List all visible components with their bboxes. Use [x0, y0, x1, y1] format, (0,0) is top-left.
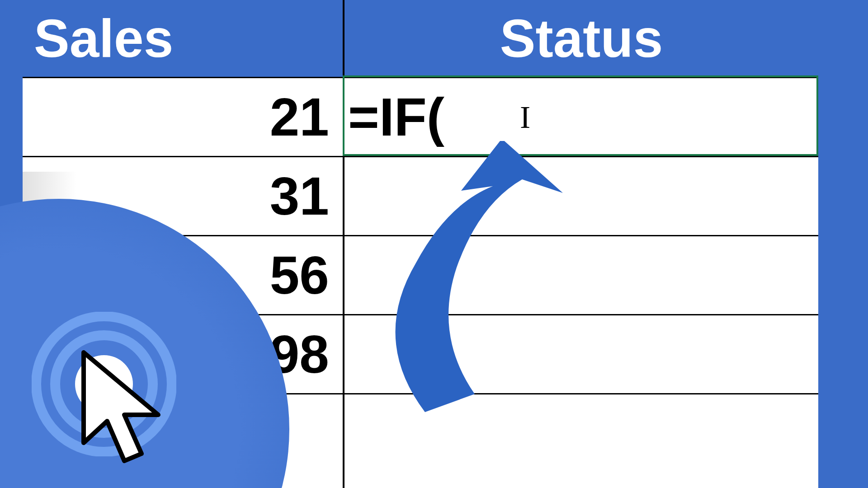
cell-formula: =IF(: [348, 86, 444, 148]
cursor-arrow-icon: [75, 348, 170, 465]
column-divider[interactable]: [343, 0, 344, 488]
cell-status-editing[interactable]: =IF(: [344, 78, 818, 156]
text-cursor-icon: I: [520, 99, 530, 136]
cell-status[interactable]: [344, 394, 818, 488]
cell-status[interactable]: [344, 236, 818, 314]
cell-status[interactable]: [344, 157, 818, 235]
cell-status[interactable]: [344, 315, 818, 393]
table-row: 21 =IF(: [23, 77, 818, 156]
column-header-label: Sales: [34, 8, 173, 69]
column-header-label: Status: [500, 8, 663, 69]
column-header-sales[interactable]: Sales: [23, 0, 343, 77]
cell-value: 21: [270, 86, 329, 148]
cell-value: 31: [270, 165, 329, 227]
cell-sales[interactable]: 21: [23, 78, 343, 156]
cell-value: 56: [270, 244, 329, 306]
column-header-status[interactable]: Status: [344, 0, 818, 77]
